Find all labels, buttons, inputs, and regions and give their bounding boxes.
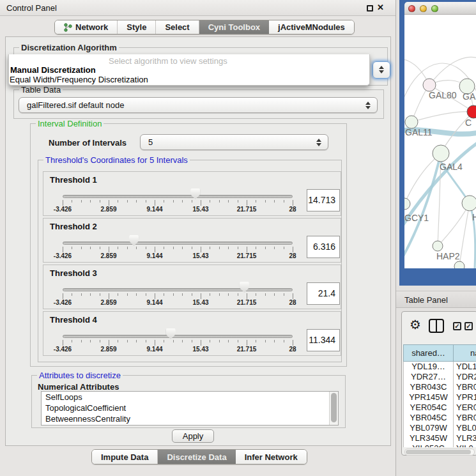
tab-select[interactable]: Select bbox=[155, 20, 198, 34]
network-node-label: GAL11 bbox=[405, 127, 433, 137]
top-tab-bar: NetworkStyleSelectCyni ToolboxjActiveMNo… bbox=[54, 20, 355, 35]
threshold-card: Threshold 4 -3.4262.8599.14415.4321.7152… bbox=[43, 311, 341, 356]
tab-jactivemnodules[interactable]: jActiveMNodules bbox=[269, 20, 354, 34]
scale-label: 2.859 bbox=[100, 206, 116, 213]
tick-mark bbox=[109, 340, 109, 346]
table-row[interactable]: YBR043CYBR0 bbox=[404, 382, 476, 392]
network-node[interactable] bbox=[462, 196, 476, 211]
tick-mark bbox=[100, 340, 100, 342]
tick-mark bbox=[182, 293, 183, 296]
attribute-item[interactable]: SelfLoops bbox=[42, 392, 338, 403]
column-header-name[interactable]: na bbox=[454, 344, 476, 362]
slider-scale-labels: -3.4262.8599.14415.4321.71528 bbox=[63, 346, 293, 353]
tick-mark bbox=[81, 293, 82, 296]
tick-mark bbox=[219, 200, 220, 203]
algorithm-option-manual[interactable]: Manual Discretization bbox=[10, 65, 96, 75]
scale-label: 9.144 bbox=[146, 252, 162, 259]
scale-label: 15.43 bbox=[192, 206, 208, 213]
mac-minimize-icon[interactable] bbox=[420, 5, 427, 12]
table-row[interactable]: YER054CYER0 bbox=[404, 403, 476, 413]
network-node[interactable] bbox=[405, 116, 418, 128]
number-of-intervals-spinner[interactable]: 5 bbox=[140, 134, 328, 150]
tick-mark bbox=[219, 247, 220, 249]
tick-mark bbox=[256, 340, 256, 342]
tab-infer-network[interactable]: Infer Network bbox=[236, 450, 307, 464]
attributes-scrollbar-thumb[interactable] bbox=[331, 393, 337, 422]
bottom-tab-bar: Impute DataDiscretize DataInfer Network bbox=[91, 449, 307, 464]
scale-label: 21.715 bbox=[237, 299, 257, 306]
slider-track[interactable] bbox=[63, 195, 293, 198]
algorithm-section-title: Discretization Algorithm bbox=[19, 43, 119, 52]
table-row[interactable]: YPR145WYPR1 bbox=[404, 392, 476, 403]
checkbox-icon-1[interactable]: ✓ bbox=[453, 322, 461, 330]
table-hscroll-thumb[interactable] bbox=[406, 450, 471, 454]
tab-network[interactable]: Network bbox=[55, 20, 117, 34]
algorithm-dropdown-popup: Select algorithm to view settings Manual… bbox=[8, 54, 370, 86]
tick-mark bbox=[90, 293, 91, 296]
tick-mark bbox=[146, 247, 146, 249]
tick-mark bbox=[173, 340, 174, 342]
tick-mark bbox=[228, 247, 229, 249]
numerical-attributes-list[interactable]: SelfLoopsTopologicalCoefficientBetweenne… bbox=[41, 391, 339, 426]
slider-scale-labels: -3.4262.8599.14415.4321.71528 bbox=[63, 252, 293, 260]
network-canvas[interactable]: GAL80GACGAL11GAL4GCY1HHAP2 bbox=[404, 15, 476, 268]
table-row[interactable]: YDR27…YDR2 bbox=[404, 372, 476, 382]
tick-mark bbox=[192, 340, 192, 342]
table-row[interactable]: YDL19…YDL1 bbox=[404, 362, 476, 372]
slider-ticks bbox=[63, 340, 293, 346]
table-horizontal-scrollbar[interactable] bbox=[404, 449, 475, 456]
attribute-item[interactable]: BetweennessCentrality bbox=[42, 413, 338, 424]
tick-mark bbox=[72, 340, 72, 342]
tick-mark bbox=[136, 293, 137, 296]
tab-label: Style bbox=[127, 22, 146, 32]
network-node[interactable] bbox=[404, 198, 410, 210]
mac-zoom-icon[interactable] bbox=[431, 5, 438, 12]
attributes-scrollbar[interactable] bbox=[329, 392, 338, 425]
attribute-item[interactable]: TopologicalCoefficient bbox=[42, 403, 338, 413]
tab-discretize-data[interactable]: Discretize Data bbox=[157, 450, 235, 464]
apply-button[interactable]: Apply bbox=[172, 429, 214, 443]
table-row[interactable]: YIL052CYIL0 bbox=[404, 443, 476, 447]
network-node[interactable] bbox=[423, 79, 436, 91]
algorithm-option-equal-width[interactable]: Equal Width/Frequency Discretization bbox=[10, 75, 148, 84]
tick-mark bbox=[164, 340, 164, 342]
tick-mark bbox=[155, 200, 155, 206]
gear-icon[interactable]: ⚙ bbox=[410, 317, 421, 332]
algorithm-combobox-end[interactable] bbox=[372, 61, 390, 79]
tick-mark bbox=[247, 200, 247, 206]
slider-track[interactable] bbox=[63, 242, 293, 245]
tab-style[interactable]: Style bbox=[117, 20, 155, 34]
tick-mark bbox=[256, 293, 256, 296]
table-row[interactable]: YBR045CYBR0 bbox=[404, 413, 476, 423]
close-icon[interactable]: ✕ bbox=[377, 3, 384, 12]
threshold-value-field[interactable]: 21.4 bbox=[307, 282, 340, 305]
column-layout-icon[interactable] bbox=[429, 319, 444, 333]
network-node[interactable] bbox=[454, 261, 464, 268]
tick-mark bbox=[72, 247, 72, 249]
tab-impute-data[interactable]: Impute Data bbox=[92, 450, 157, 464]
slider-track[interactable] bbox=[63, 288, 293, 291]
network-node[interactable] bbox=[433, 145, 449, 162]
column-header-shared-name[interactable]: shared… bbox=[403, 344, 454, 362]
float-window-icon[interactable] bbox=[367, 5, 373, 12]
threshold-value-field[interactable]: 6.316 bbox=[307, 236, 340, 258]
tick-mark bbox=[238, 340, 238, 342]
slider-track[interactable] bbox=[63, 335, 293, 338]
tick-mark bbox=[192, 293, 192, 296]
network-window-titlebar[interactable] bbox=[404, 2, 476, 15]
threshold-value-field[interactable]: 11.344 bbox=[307, 329, 340, 351]
tab-cyni-toolbox[interactable]: Cyni Toolbox bbox=[199, 20, 269, 34]
tick-mark bbox=[210, 200, 210, 203]
table-panel-body: ⚙ ✓ ✓ shared… na YDL19…YDL1YDR27…YDR2YBR… bbox=[401, 311, 476, 456]
table-data-title: Table Data bbox=[19, 85, 63, 95]
tick-mark bbox=[293, 200, 293, 206]
table-row[interactable]: YBL079WYBL0 bbox=[404, 423, 476, 433]
checkbox-icon-2[interactable]: ✓ bbox=[464, 322, 473, 330]
network-node[interactable] bbox=[433, 241, 443, 251]
threshold-value-field[interactable]: 14.713 bbox=[307, 189, 340, 211]
table-row[interactable]: YLR345WYLR3 bbox=[404, 433, 476, 443]
threshold-label: Threshold 1 bbox=[50, 175, 97, 185]
table-data-combobox[interactable]: galFiltered.sif default node bbox=[19, 97, 378, 113]
mac-close-icon[interactable] bbox=[408, 5, 415, 12]
network-node[interactable] bbox=[467, 105, 476, 118]
